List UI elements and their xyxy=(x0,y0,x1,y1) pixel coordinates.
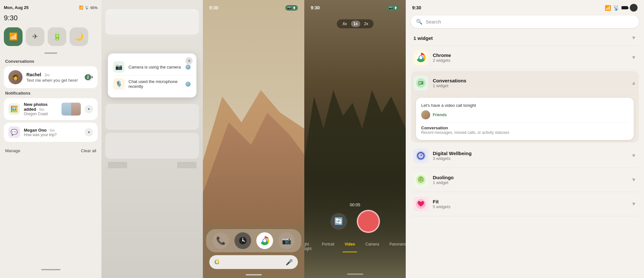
camera-rotate-button[interactable]: 🔄 xyxy=(330,213,347,230)
megan-notification-title: Megan Ono · 5m xyxy=(24,128,81,133)
chrome-widget-svg xyxy=(416,52,426,63)
zoom-controls: .6x 1x 2x xyxy=(336,19,373,28)
fit-svg xyxy=(416,199,426,209)
clear-all-link[interactable]: Clear all xyxy=(81,148,96,153)
preview-desc-sub: Recent messages, missed calls, or activi… xyxy=(421,130,629,135)
conversations-widget-count: 1 widget xyxy=(433,83,627,88)
widget-item-duolingo[interactable]: Duolingo 1 widget ▼ xyxy=(411,168,639,192)
widget-item-conversations-expanded: Conversations 1 widget ▲ Let's have a vi… xyxy=(411,71,639,143)
manage-link[interactable]: Manage xyxy=(5,148,20,153)
status-bar-panel1: Mon, Aug 25 📶 📡 65% xyxy=(4,5,98,10)
zoom-2x-button[interactable]: 2x xyxy=(362,21,371,27)
photos-notification-text: New photos added · 5m Oregon Coast xyxy=(24,102,58,116)
blurred-action-right xyxy=(177,162,196,168)
notification-bottom-actions: Manage Clear all xyxy=(4,148,98,153)
zoom-1x-button[interactable]: 1x xyxy=(351,21,360,27)
photos-notification-icon: 🖼️ xyxy=(8,103,20,115)
blurred-background-cards xyxy=(105,9,199,38)
battery-icon xyxy=(621,6,628,9)
svg-point-16 xyxy=(419,56,422,59)
clock-dock-icon[interactable] xyxy=(234,232,251,249)
conversations-widget-preview[interactable]: Let's have a video call tonight Friends … xyxy=(416,98,634,140)
video-mode[interactable]: Video xyxy=(343,241,357,252)
notifications-section-title: Notifications xyxy=(4,91,98,96)
conversations-widget-icon xyxy=(413,76,428,90)
megan-expand-button[interactable]: ▾ xyxy=(85,128,93,136)
portrait-mode[interactable]: Portrait xyxy=(320,241,336,252)
photos-notification-subtitle: Oregon Coast xyxy=(24,112,58,116)
widget-status-bar: 9:30 📶 📡 xyxy=(406,0,644,14)
chrome-widget-name: Chrome xyxy=(433,52,627,58)
popup-close-button[interactable]: ✕ xyxy=(185,57,193,64)
chrome-widget-icon xyxy=(413,50,428,65)
rachel-badge: 2 xyxy=(85,74,91,80)
widget-search-box[interactable]: 🔍 Search xyxy=(411,15,639,28)
camera-dock-icon[interactable]: 📷 xyxy=(278,232,295,249)
chrome-widget-count: 2 widgets xyxy=(433,58,627,63)
widget-item-unknown[interactable]: 1 widget ▼ xyxy=(411,31,639,46)
panorama-mode[interactable]: Panorama xyxy=(387,241,406,252)
wifi-icon: 📶 xyxy=(79,5,83,10)
chrome-svg xyxy=(260,236,270,246)
thumb-half-right xyxy=(71,103,81,116)
widget-list: 1 widget ▼ Chrome 2 widgets ▼ xyxy=(406,31,644,278)
camera-perm-settings-icon[interactable]: ⚙️ xyxy=(185,64,191,70)
rachel-expand-button[interactable]: 2 ▾ xyxy=(85,73,93,81)
wifi-toggle[interactable]: 📶 xyxy=(4,27,23,46)
conversations-widget-name: Conversations xyxy=(433,78,627,83)
megan-notification-icon: 💬 xyxy=(8,126,20,138)
zoom-06x-button[interactable]: .6x xyxy=(339,21,349,27)
photos-notification-title: New photos added · 5m xyxy=(24,102,58,112)
widget-item-fit[interactable]: Fit 5 widgets ▼ xyxy=(411,192,639,216)
friends-label: Friends xyxy=(433,113,447,117)
megan-notification-card[interactable]: 💬 Megan Ono · 5m How was your trip? ▾ xyxy=(4,123,98,142)
megan-notification-text: Megan Ono · 5m How was your trip? xyxy=(24,128,81,137)
signal-icon: 📡 xyxy=(85,5,89,10)
panel2-overlay: ✕ 📷 Camera is using the camera ⚙️ 🎙️ Cha… xyxy=(101,0,203,278)
camera-perm-text: Camera is using the camera xyxy=(128,65,181,70)
widget-item-digital-wellbeing[interactable]: Digital Wellbeing 3 widgets ▼ xyxy=(411,144,639,168)
rachel-name-row: Rachel · 2m xyxy=(26,72,81,78)
camera-background xyxy=(304,0,406,278)
widget-time: 9:30 xyxy=(412,5,421,10)
chrome-dock-icon[interactable] xyxy=(256,232,273,249)
photos-notification-card[interactable]: 🖼️ New photos added · 5m Oregon Coast ▾ xyxy=(4,98,98,120)
microphone-perm-settings-icon[interactable]: ⚙️ xyxy=(185,81,191,87)
conversations-chevron-icon: ▲ xyxy=(631,80,636,86)
duolingo-svg xyxy=(416,175,426,185)
camera-time: 9:30 xyxy=(311,5,320,11)
search-box-icon: 🔍 xyxy=(416,19,422,25)
profile-dot[interactable] xyxy=(630,4,638,12)
home-search-bar[interactable]: G 🎤 xyxy=(209,255,298,269)
airplane-toggle[interactable]: ✈ xyxy=(26,27,44,46)
camera-permission-row: 📷 Camera is using the camera ⚙️ xyxy=(113,59,191,75)
voice-search-icon[interactable]: 🎤 xyxy=(286,259,293,266)
friends-avatar xyxy=(421,110,430,119)
fit-chevron-icon: ▼ xyxy=(631,201,636,207)
photos-expand-button[interactable]: ▾ xyxy=(85,105,93,113)
duolingo-chevron-icon: ▼ xyxy=(631,177,636,183)
preview-desc-section: Conversation Recent messages, missed cal… xyxy=(421,123,629,135)
mic-active-icon: 🎙 xyxy=(292,6,296,10)
chrome-chevron-icon: ▼ xyxy=(631,55,636,60)
search-box-placeholder: Search xyxy=(426,19,634,24)
camera-mode[interactable]: Camera xyxy=(364,241,381,252)
camera-shutter-button[interactable] xyxy=(357,210,380,233)
night-sight-mode[interactable]: ight Sight xyxy=(304,241,314,252)
conversations-widget-header[interactable]: Conversations 1 widget ▲ xyxy=(411,71,639,95)
chevron-down-icon: ▾ xyxy=(91,75,93,79)
widget-item-chrome[interactable]: Chrome 2 widgets ▼ xyxy=(411,46,639,70)
camera-status-pill: 📷 🎙 xyxy=(387,5,399,11)
duolingo-info: Duolingo 1 widget xyxy=(433,175,627,185)
home-status-icons: 📷 🎙 xyxy=(285,5,298,11)
blurred-action-left xyxy=(108,162,127,168)
bottom-handle-panel1 xyxy=(41,269,61,270)
rachel-name: Rachel xyxy=(26,72,41,77)
phone-dock-icon[interactable]: 📞 xyxy=(213,232,229,249)
camera-status-bar: 9:30 📷 🎙 xyxy=(304,5,406,11)
rachel-conversation-card[interactable]: 👩 Rachel · 2m Text me when you get here!… xyxy=(4,66,98,88)
battery-toggle[interactable]: 🔋 xyxy=(48,27,66,46)
camera-controls: 🔄 xyxy=(330,210,380,233)
dnd-toggle[interactable]: 🌙 xyxy=(70,27,88,46)
preview-desc-title: Conversation xyxy=(421,125,629,130)
